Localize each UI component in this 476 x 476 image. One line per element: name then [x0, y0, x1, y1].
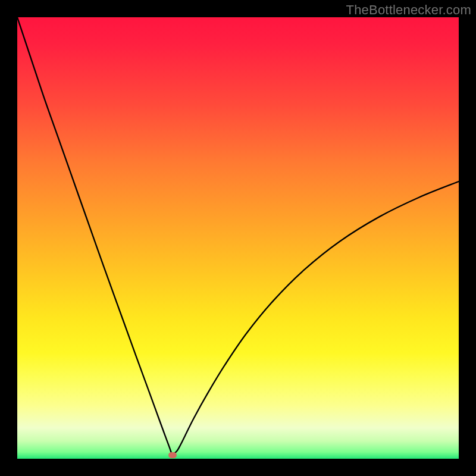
chart-plot-area: [17, 17, 459, 459]
watermark-text: TheBottlenecker.com: [346, 2, 471, 18]
optimum-marker: [168, 452, 177, 458]
background-gradient: [17, 17, 459, 459]
